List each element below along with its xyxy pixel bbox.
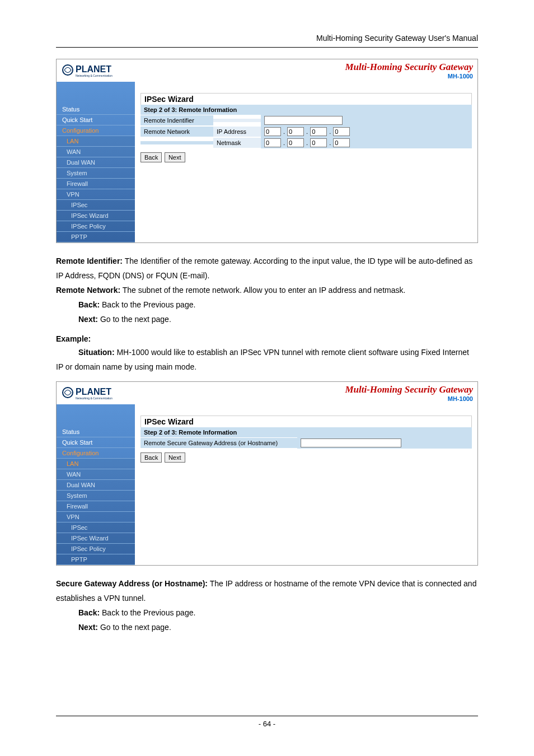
desc-remote-net-text: The subnet of the remote network. Allow … — [120, 286, 405, 295]
wizard-step: Step 2 of 3: Remote Information — [140, 105, 472, 115]
nav-ipsec-policy[interactable]: IPSec Policy — [57, 544, 135, 554]
remote-identifier-input[interactable] — [264, 116, 343, 125]
page-number: - 64 - — [56, 720, 478, 728]
nm-2[interactable] — [287, 138, 304, 147]
banner-title: Multi-Homing Security Gateway — [345, 62, 473, 73]
nav-wan[interactable]: WAN — [57, 469, 135, 480]
app-banner: PLANET Networking & Communication Multi-… — [57, 59, 477, 82]
label-remote-network: Remote Network — [140, 127, 213, 137]
desc-next-label: Next: — [78, 315, 98, 324]
desc-back-text: Back to the Previous page. — [100, 300, 195, 309]
label-netmask: Netmask — [213, 138, 261, 148]
nav-dualwan[interactable]: Dual WAN — [57, 480, 135, 491]
netmask-group: . . . — [261, 137, 472, 148]
desc-block-2: Secure Gateway Address (or Hostname): Th… — [56, 577, 478, 635]
back-button-2[interactable]: Back — [140, 452, 162, 463]
row-hostname: Remote Secure Gateway Address (or Hostna… — [140, 437, 472, 449]
ip-a-1[interactable] — [264, 127, 281, 136]
example-text: MH-1000 would like to establish an IPSec… — [56, 348, 469, 371]
example-label: Situation: — [78, 348, 115, 357]
nav-ipsec[interactable]: IPSec — [57, 522, 135, 533]
desc2-back-text: Back to the Previous page. — [100, 608, 195, 617]
nav-lan[interactable]: LAN — [57, 459, 135, 469]
nav-firewall[interactable]: Firewall — [57, 501, 135, 512]
doc-header: Multi-Homing Security Gateway User's Man… — [56, 34, 478, 43]
label-remote-identifier: Remote Indentifier — [140, 115, 213, 125]
planet-logo-icon: PLANET Networking & Communication — [61, 62, 128, 78]
banner-model-2: MH-1000 — [345, 395, 473, 402]
desc2-back-label: Back: — [78, 608, 100, 617]
page-footer: - 64 - — [56, 716, 478, 728]
wizard-title-2: IPSec Wizard — [140, 416, 472, 427]
nav-ipsec[interactable]: IPSec — [57, 200, 135, 211]
footer-rule — [56, 716, 478, 716]
nav-quickstart[interactable]: Quick Start — [57, 115, 135, 125]
nav-system[interactable]: System — [57, 491, 135, 501]
next-button-2[interactable]: Next — [165, 452, 185, 463]
desc2-next-text: Go to the next page. — [98, 623, 171, 632]
nav-vpn[interactable]: VPN — [57, 189, 135, 200]
next-button[interactable]: Next — [165, 152, 185, 162]
nav-configuration[interactable]: Configuration — [57, 448, 135, 459]
nav-quickstart[interactable]: Quick Start — [57, 437, 135, 448]
nav-ipsec-wizard[interactable]: IPSec Wizard — [57, 533, 135, 544]
nm-1[interactable] — [264, 138, 281, 147]
desc-host-label: Secure Gateway Address (or Hostname): — [56, 579, 208, 588]
header-rule — [56, 47, 478, 48]
nav-pptp[interactable]: PPTP — [57, 554, 135, 565]
wizard-title: IPSec Wizard — [140, 93, 472, 105]
app-banner-2: PLANET Networking & Communication Multi-… — [57, 382, 477, 404]
desc-block-1: Remote Identifier: The Identifier of the… — [56, 254, 478, 326]
nav-ipsec-wizard[interactable]: IPSec Wizard — [57, 211, 135, 221]
hostname-input[interactable] — [301, 438, 401, 447]
nav-lan[interactable]: LAN — [57, 136, 135, 147]
ip-a-3[interactable] — [310, 127, 327, 136]
label-ip-address: IP Address — [213, 127, 261, 137]
nav-status[interactable]: Status — [57, 104, 135, 115]
logo: PLANET Networking & Communication — [61, 62, 128, 78]
banner-title-2: Multi-Homing Security Gateway — [345, 384, 473, 395]
nav-dualwan[interactable]: Dual WAN — [57, 157, 135, 168]
logo-2: PLANET Networking & Communication — [61, 384, 128, 401]
button-row-2: Back Next — [140, 449, 472, 466]
app-screenshot-2: PLANET Networking & Communication Multi-… — [56, 381, 478, 566]
nm-4[interactable] — [333, 138, 350, 147]
sidebar-2: Status Quick Start Configuration LAN WAN… — [57, 404, 135, 565]
nav-configuration[interactable]: Configuration — [57, 125, 135, 136]
back-button[interactable]: Back — [140, 152, 162, 162]
ip-a-2[interactable] — [287, 127, 304, 136]
example-heading: Example: — [56, 334, 478, 343]
ip-address-group: . . . — [261, 126, 472, 137]
nav-system[interactable]: System — [57, 168, 135, 179]
desc-remote-id-label: Remote Identifier: — [56, 256, 123, 265]
planet-logo-icon: PLANET Networking & Communication — [61, 384, 128, 401]
svg-text:Networking & Communication: Networking & Communication — [76, 396, 113, 400]
desc2-next-label: Next: — [78, 623, 98, 632]
nav-firewall[interactable]: Firewall — [57, 179, 135, 189]
row-remote-network-ip: Remote Network IP Address . . . — [140, 126, 472, 137]
ip-a-4[interactable] — [333, 127, 350, 136]
desc-back-label: Back: — [78, 300, 100, 309]
row-remote-network-netmask: Netmask . . . — [140, 137, 472, 148]
nav-wan[interactable]: WAN — [57, 147, 135, 157]
banner-model: MH-1000 — [345, 73, 473, 80]
content-area-1: IPSec Wizard Step 2 of 3: Remote Informa… — [135, 82, 477, 242]
desc-remote-net-label: Remote Network: — [56, 286, 120, 295]
svg-text:PLANET: PLANET — [76, 64, 111, 74]
document-page: Multi-Homing Security Gateway User's Man… — [0, 0, 534, 664]
svg-text:Networking & Communication: Networking & Communication — [76, 74, 113, 77]
nav-status[interactable]: Status — [57, 427, 135, 437]
label-hostname: Remote Secure Gateway Address (or Hostna… — [140, 438, 297, 448]
nav-pptp[interactable]: PPTP — [57, 232, 135, 242]
nav-vpn[interactable]: VPN — [57, 512, 135, 522]
banner-title-block: Multi-Homing Security Gateway MH-1000 — [345, 62, 473, 80]
example-para: Situation: MH-1000 would like to establi… — [56, 346, 478, 375]
nm-3[interactable] — [310, 138, 327, 147]
wizard-step-2: Step 2 of 3: Remote Information — [140, 427, 472, 437]
sidebar: Status Quick Start Configuration LAN WAN… — [57, 82, 135, 242]
app-screenshot-1: PLANET Networking & Communication Multi-… — [56, 59, 478, 243]
svg-text:PLANET: PLANET — [76, 387, 111, 396]
button-row-1: Back Next — [140, 148, 472, 166]
nav-ipsec-policy[interactable]: IPSec Policy — [57, 221, 135, 232]
content-area-2: IPSec Wizard Step 2 of 3: Remote Informa… — [135, 404, 477, 565]
